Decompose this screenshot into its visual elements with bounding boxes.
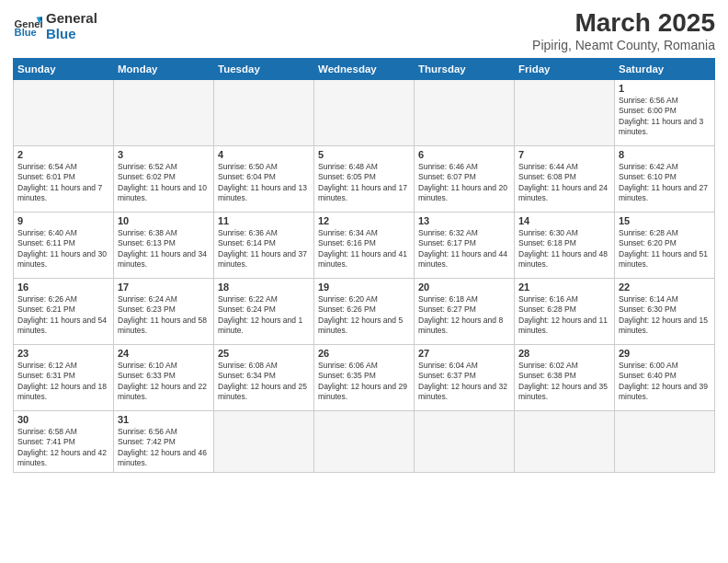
- day-info: Sunrise: 6:26 AM Sunset: 6:21 PM Dayligh…: [17, 294, 109, 337]
- weekday-wednesday: Wednesday: [314, 58, 415, 79]
- day-cell: 23Sunrise: 6:12 AM Sunset: 6:31 PM Dayli…: [14, 344, 114, 410]
- day-info: Sunrise: 6:50 AM Sunset: 6:04 PM Dayligh…: [218, 162, 310, 204]
- day-cell: 3Sunrise: 6:52 AM Sunset: 6:02 PM Daylig…: [114, 145, 214, 212]
- day-number: 8: [619, 149, 711, 160]
- day-number: 17: [118, 282, 210, 293]
- day-info: Sunrise: 6:00 AM Sunset: 6:40 PM Dayligh…: [619, 361, 711, 403]
- day-number: 30: [17, 414, 109, 425]
- day-cell: [615, 410, 715, 472]
- day-number: 19: [318, 282, 410, 293]
- header: General Blue General Blue March 2025 Pip…: [13, 9, 715, 52]
- day-info: Sunrise: 6:02 AM Sunset: 6:38 PM Dayligh…: [518, 361, 610, 403]
- day-cell: 13Sunrise: 6:32 AM Sunset: 6:17 PM Dayli…: [415, 212, 515, 278]
- subtitle: Pipirig, Neamt County, Romania: [532, 38, 715, 52]
- day-cell: 17Sunrise: 6:24 AM Sunset: 6:23 PM Dayli…: [114, 278, 214, 344]
- svg-text:Blue: Blue: [15, 27, 37, 38]
- day-cell: 8Sunrise: 6:42 AM Sunset: 6:10 PM Daylig…: [615, 145, 715, 212]
- day-cell: 7Sunrise: 6:44 AM Sunset: 6:08 PM Daylig…: [515, 145, 615, 212]
- day-number: 11: [218, 215, 310, 226]
- day-info: Sunrise: 6:44 AM Sunset: 6:08 PM Dayligh…: [518, 162, 610, 204]
- day-cell: 15Sunrise: 6:28 AM Sunset: 6:20 PM Dayli…: [615, 212, 715, 278]
- day-cell: [515, 410, 615, 472]
- day-cell: 4Sunrise: 6:50 AM Sunset: 6:04 PM Daylig…: [214, 145, 314, 212]
- day-cell: 25Sunrise: 6:08 AM Sunset: 6:34 PM Dayli…: [214, 344, 314, 410]
- day-info: Sunrise: 6:28 AM Sunset: 6:20 PM Dayligh…: [619, 228, 711, 270]
- day-cell: 14Sunrise: 6:30 AM Sunset: 6:18 PM Dayli…: [515, 212, 615, 278]
- week-row-3: 9Sunrise: 6:40 AM Sunset: 6:11 PM Daylig…: [14, 212, 715, 278]
- day-number: 9: [17, 215, 109, 226]
- day-number: 25: [218, 348, 310, 359]
- week-row-5: 23Sunrise: 6:12 AM Sunset: 6:31 PM Dayli…: [14, 344, 715, 410]
- day-cell: 21Sunrise: 6:16 AM Sunset: 6:28 PM Dayli…: [515, 278, 615, 344]
- day-info: Sunrise: 6:38 AM Sunset: 6:13 PM Dayligh…: [118, 228, 210, 270]
- day-cell: 27Sunrise: 6:04 AM Sunset: 6:37 PM Dayli…: [415, 344, 515, 410]
- weekday-tuesday: Tuesday: [214, 58, 314, 79]
- day-number: 7: [518, 149, 610, 160]
- day-number: 26: [318, 348, 410, 359]
- day-cell: 18Sunrise: 6:22 AM Sunset: 6:24 PM Dayli…: [214, 278, 314, 344]
- day-cell: 11Sunrise: 6:36 AM Sunset: 6:14 PM Dayli…: [214, 212, 314, 278]
- day-cell: 29Sunrise: 6:00 AM Sunset: 6:40 PM Dayli…: [615, 344, 715, 410]
- day-number: 2: [17, 149, 109, 160]
- day-info: Sunrise: 6:48 AM Sunset: 6:05 PM Dayligh…: [318, 162, 410, 204]
- day-info: Sunrise: 6:56 AM Sunset: 6:00 PM Dayligh…: [619, 96, 711, 138]
- day-info: Sunrise: 6:30 AM Sunset: 6:18 PM Dayligh…: [518, 228, 610, 270]
- day-cell: [314, 410, 415, 472]
- day-info: Sunrise: 6:24 AM Sunset: 6:23 PM Dayligh…: [118, 294, 210, 337]
- day-info: Sunrise: 6:56 AM Sunset: 7:42 PM Dayligh…: [118, 427, 210, 469]
- day-info: Sunrise: 6:36 AM Sunset: 6:14 PM Dayligh…: [218, 228, 310, 270]
- logo: General Blue General Blue: [13, 9, 97, 41]
- week-row-1: 1Sunrise: 6:56 AM Sunset: 6:00 PM Daylig…: [14, 79, 715, 145]
- day-cell: [214, 79, 314, 145]
- day-cell: 24Sunrise: 6:10 AM Sunset: 6:33 PM Dayli…: [114, 344, 214, 410]
- day-cell: 30Sunrise: 6:58 AM Sunset: 7:41 PM Dayli…: [14, 410, 114, 472]
- calendar: SundayMondayTuesdayWednesdayThursdayFrid…: [13, 58, 715, 473]
- day-number: 5: [318, 149, 410, 160]
- week-row-2: 2Sunrise: 6:54 AM Sunset: 6:01 PM Daylig…: [14, 145, 715, 212]
- day-cell: [14, 79, 114, 145]
- day-cell: 6Sunrise: 6:46 AM Sunset: 6:07 PM Daylig…: [415, 145, 515, 212]
- weekday-thursday: Thursday: [415, 58, 515, 79]
- day-cell: 31Sunrise: 6:56 AM Sunset: 7:42 PM Dayli…: [114, 410, 214, 472]
- weekday-sunday: Sunday: [14, 58, 114, 79]
- day-number: 3: [118, 149, 210, 160]
- day-number: 13: [418, 215, 510, 226]
- day-cell: 16Sunrise: 6:26 AM Sunset: 6:21 PM Dayli…: [14, 278, 114, 344]
- day-cell: [314, 79, 415, 145]
- page: General Blue General Blue March 2025 Pip…: [0, 0, 728, 563]
- day-info: Sunrise: 6:06 AM Sunset: 6:35 PM Dayligh…: [318, 361, 410, 403]
- day-info: Sunrise: 6:34 AM Sunset: 6:16 PM Dayligh…: [318, 228, 410, 270]
- day-info: Sunrise: 6:16 AM Sunset: 6:28 PM Dayligh…: [518, 294, 610, 337]
- day-number: 31: [118, 414, 210, 425]
- day-cell: 19Sunrise: 6:20 AM Sunset: 6:26 PM Dayli…: [314, 278, 415, 344]
- day-info: Sunrise: 6:18 AM Sunset: 6:27 PM Dayligh…: [418, 294, 510, 337]
- day-info: Sunrise: 6:32 AM Sunset: 6:17 PM Dayligh…: [418, 228, 510, 270]
- day-info: Sunrise: 6:46 AM Sunset: 6:07 PM Dayligh…: [418, 162, 510, 204]
- day-info: Sunrise: 6:12 AM Sunset: 6:31 PM Dayligh…: [17, 361, 109, 403]
- day-number: 28: [518, 348, 610, 359]
- weekday-header-row: SundayMondayTuesdayWednesdayThursdayFrid…: [14, 58, 715, 79]
- logo-blue: Blue: [46, 27, 97, 42]
- day-number: 21: [518, 282, 610, 293]
- day-cell: 26Sunrise: 6:06 AM Sunset: 6:35 PM Dayli…: [314, 344, 415, 410]
- weekday-saturday: Saturday: [615, 58, 715, 79]
- day-cell: [415, 79, 515, 145]
- weekday-friday: Friday: [515, 58, 615, 79]
- day-number: 18: [218, 282, 310, 293]
- day-cell: 10Sunrise: 6:38 AM Sunset: 6:13 PM Dayli…: [114, 212, 214, 278]
- day-cell: [114, 79, 214, 145]
- day-cell: 20Sunrise: 6:18 AM Sunset: 6:27 PM Dayli…: [415, 278, 515, 344]
- day-info: Sunrise: 6:58 AM Sunset: 7:41 PM Dayligh…: [17, 427, 109, 469]
- day-cell: 2Sunrise: 6:54 AM Sunset: 6:01 PM Daylig…: [14, 145, 114, 212]
- day-number: 27: [418, 348, 510, 359]
- day-info: Sunrise: 6:22 AM Sunset: 6:24 PM Dayligh…: [218, 294, 310, 337]
- day-number: 12: [318, 215, 410, 226]
- day-cell: 28Sunrise: 6:02 AM Sunset: 6:38 PM Dayli…: [515, 344, 615, 410]
- day-number: 24: [118, 348, 210, 359]
- day-info: Sunrise: 6:04 AM Sunset: 6:37 PM Dayligh…: [418, 361, 510, 403]
- day-info: Sunrise: 6:42 AM Sunset: 6:10 PM Dayligh…: [619, 162, 711, 204]
- day-info: Sunrise: 6:10 AM Sunset: 6:33 PM Dayligh…: [118, 361, 210, 403]
- weekday-monday: Monday: [114, 58, 214, 79]
- day-number: 15: [619, 215, 711, 226]
- title-block: March 2025 Pipirig, Neamt County, Romani…: [532, 9, 715, 52]
